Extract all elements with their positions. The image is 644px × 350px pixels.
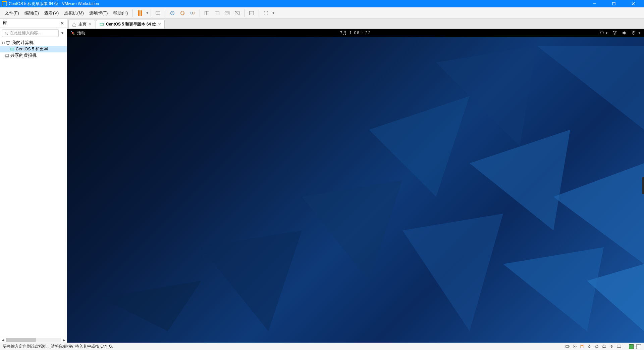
scroll-thumb[interactable]: [6, 338, 36, 342]
svg-rect-58: [603, 347, 605, 348]
status-message: 要将输入定向到该虚拟机，请将鼠标指针移入其中或按 Ctrl+G。: [3, 344, 565, 349]
status-sound-icon[interactable]: [609, 344, 614, 349]
titlebar: CentOS 5 和更早版本 64 位 - VMware Workstation: [0, 0, 644, 7]
fullscreen-dropdown[interactable]: ▼: [272, 11, 275, 15]
gnome-top-bar: 活动 7月 1 08 : 22 中 ▼ ▼: [67, 29, 644, 37]
computer-icon: [5, 41, 11, 45]
svg-rect-20: [6, 41, 10, 44]
sidebar-close-button[interactable]: ✕: [60, 21, 64, 26]
activities-button[interactable]: 活动: [70, 30, 85, 36]
power-icon[interactable]: ▼: [631, 31, 641, 35]
quick-switch-button[interactable]: [247, 9, 256, 17]
vm-side-handle[interactable]: [642, 177, 644, 194]
svg-rect-10: [205, 11, 209, 15]
view-unity-button[interactable]: [233, 9, 241, 17]
menu-help[interactable]: 帮助(H): [110, 9, 130, 17]
menu-vm[interactable]: 虚拟机(M): [61, 9, 87, 17]
statusbar: 要将输入定向到该虚拟机，请将鼠标指针移入其中或按 Ctrl+G。: [0, 343, 644, 350]
status-display-icon[interactable]: [616, 344, 622, 349]
svg-rect-53: [589, 347, 591, 348]
svg-point-9: [192, 12, 195, 14]
snapshot-manager-button[interactable]: [188, 9, 197, 17]
svg-point-49: [574, 346, 575, 347]
network-icon[interactable]: [612, 31, 617, 35]
tree-my-computer[interactable]: ⊟ 我的计算机: [0, 40, 67, 46]
snapshot-take-button[interactable]: [168, 9, 177, 17]
send-ctrl-alt-del-button[interactable]: [154, 9, 162, 17]
svg-point-39: [71, 31, 72, 33]
sidebar-scrollbar[interactable]: ◀ ▶: [0, 337, 67, 343]
menu-edit[interactable]: 编辑(E): [22, 9, 42, 17]
ime-indicator[interactable]: 中 ▼: [600, 30, 608, 36]
status-floppy-icon[interactable]: [579, 344, 585, 349]
svg-marker-34: [503, 247, 604, 331]
status-cd-icon[interactable]: [572, 344, 577, 349]
svg-marker-36: [101, 281, 201, 331]
maximize-button[interactable]: [607, 0, 621, 7]
svg-marker-27: [537, 46, 644, 130]
tab-strip: 主页 ✕ CentOS 5 和更早版本 64 位 ✕: [67, 19, 644, 29]
tree-centos-vm[interactable]: CentOS 5 和更早: [0, 46, 67, 52]
tree-shared-vms[interactable]: 共享的虚拟机: [0, 52, 67, 59]
window-title: CentOS 5 和更早版本 64 位 - VMware Workstation: [9, 1, 588, 7]
tab-centos[interactable]: CentOS 5 和更早版本 64 位 ✕: [96, 20, 165, 29]
view-sidebar-button[interactable]: [203, 9, 211, 17]
activities-label: 活动: [77, 30, 85, 36]
svg-rect-55: [596, 345, 597, 346]
view-stretch-button[interactable]: [223, 9, 231, 17]
status-printer-icon[interactable]: [601, 344, 607, 349]
tree-collapse-icon[interactable]: ⊟: [1, 41, 5, 45]
svg-marker-29: [369, 96, 470, 197]
svg-point-47: [568, 346, 569, 347]
menu-file[interactable]: 文件(F): [2, 9, 22, 17]
status-usb-icon[interactable]: [594, 344, 599, 349]
svg-marker-33: [402, 214, 503, 331]
pause-button[interactable]: [136, 9, 144, 17]
scroll-right-arrow[interactable]: ▶: [61, 338, 67, 342]
tab-label: 主页: [78, 21, 87, 27]
scroll-left-arrow[interactable]: ◀: [0, 338, 6, 342]
close-button[interactable]: [627, 0, 640, 7]
svg-point-18: [5, 32, 7, 34]
power-dropdown[interactable]: ▼: [146, 11, 149, 15]
tab-close-button[interactable]: ✕: [89, 22, 92, 27]
svg-rect-17: [250, 11, 254, 15]
svg-point-38: [72, 32, 73, 34]
fullscreen-button[interactable]: [262, 9, 270, 17]
svg-rect-54: [595, 346, 598, 348]
status-message-icon[interactable]: [629, 344, 634, 349]
svg-line-19: [7, 34, 8, 35]
search-dropdown[interactable]: ▼: [60, 31, 65, 36]
svg-rect-4: [156, 11, 160, 14]
tab-label: CentOS 5 和更早版本 64 位: [106, 21, 156, 27]
tab-close-button[interactable]: ✕: [158, 22, 161, 27]
minimize-button[interactable]: [588, 0, 601, 7]
status-disk-icon[interactable]: [565, 344, 570, 349]
gnome-clock[interactable]: 7月 1 08 : 22: [340, 30, 371, 36]
vm-tab-icon: [100, 22, 104, 27]
svg-marker-32: [302, 180, 402, 281]
volume-icon[interactable]: [622, 31, 627, 35]
svg-marker-35: [201, 230, 302, 331]
vmware-app-icon: [2, 1, 7, 6]
snapshot-revert-button[interactable]: [178, 9, 187, 17]
svg-rect-59: [617, 345, 621, 348]
menubar: 文件(F) 编辑(E) 查看(V) 虚拟机(M) 选项卡(T) 帮助(H) ▼ …: [0, 7, 644, 19]
search-icon: [4, 31, 8, 35]
status-blank-icon[interactable]: [636, 344, 641, 349]
menu-view[interactable]: 查看(V): [42, 9, 61, 17]
tree-label: 共享的虚拟机: [10, 53, 37, 58]
svg-line-16: [235, 11, 239, 15]
library-tree: ⊟ 我的计算机 CentOS 5 和更早 共享的虚拟机: [0, 38, 67, 337]
sidebar-title: 库: [3, 20, 7, 26]
home-icon: [72, 22, 76, 27]
svg-rect-52: [588, 345, 589, 346]
tab-home[interactable]: 主页 ✕: [68, 20, 95, 29]
svg-rect-14: [226, 12, 228, 14]
view-console-button[interactable]: [213, 9, 221, 17]
menu-tabs[interactable]: 选项卡(T): [87, 9, 111, 17]
library-search-input[interactable]: 在此处键入内容...: [2, 29, 59, 37]
vm-console[interactable]: 活动 7月 1 08 : 22 中 ▼ ▼: [67, 29, 644, 343]
status-network-icon[interactable]: [587, 344, 592, 349]
wallpaper-decoration: [67, 29, 644, 331]
